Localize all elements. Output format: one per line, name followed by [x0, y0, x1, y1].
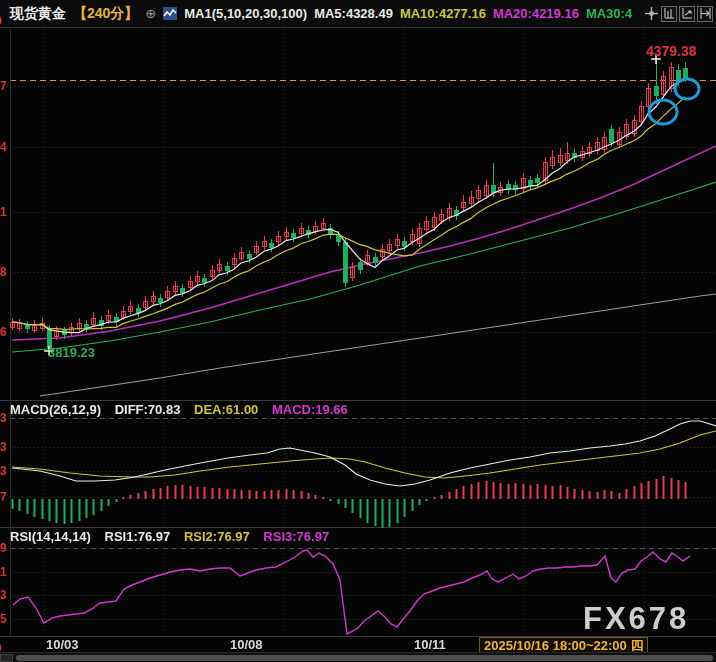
header-toolbar	[643, 6, 716, 22]
horizontal-scrollbar[interactable]	[0, 652, 716, 662]
rsi3-value: RSI3:76.97	[263, 529, 329, 544]
ma10-value: MA10:4277.16	[400, 6, 486, 21]
y-axis-label: 4	[0, 140, 7, 154]
y-axis-label: 1	[0, 565, 7, 579]
y-axis-label: 3	[0, 588, 7, 602]
rsi-name: RSI(14,14,14)	[10, 529, 91, 544]
low-price-label: 3819.23	[48, 345, 95, 360]
mini-chart-icon[interactable]	[163, 7, 177, 20]
fx678-watermark: FX678	[583, 601, 689, 637]
x-axis-label: 10/03	[46, 637, 79, 652]
zoom-out-chart-icon[interactable]	[679, 6, 695, 22]
symbol-name: 现货黄金	[10, 5, 66, 23]
x-axis-label: 10/11	[414, 637, 446, 652]
macd-header: MACD(26,12,9) DIFF:70.83 DEA:61.00 MACD:…	[10, 402, 358, 417]
period-label[interactable]: 【240分】	[73, 5, 138, 23]
rsi2-value: RSI2:76.97	[184, 529, 250, 544]
rsi1-value: RSI1:76.97	[105, 529, 171, 544]
ma30-value: MA30:4	[586, 6, 632, 21]
main-chart-canvas[interactable]	[0, 0, 716, 662]
y-axis-label: 7	[0, 490, 7, 504]
y-axis-label: 7	[0, 79, 7, 93]
ma20-value: MA20:4219.16	[493, 6, 579, 21]
ma5-value: MA5:4328.49	[314, 6, 393, 21]
macd-macd-value: MACD:19.66	[272, 402, 348, 417]
macd-diff-value: DIFF:70.83	[115, 402, 181, 417]
clipped-axis-digit: 0	[0, 14, 2, 28]
y-axis-label: 8	[0, 265, 7, 279]
crosshair-icon[interactable]	[643, 6, 659, 22]
y-axis-label: 1	[0, 205, 7, 219]
chart-header: 现货黄金 【240分】 ⊕ MA1(5,10,20,30,100) MA5:43…	[0, 0, 716, 28]
clipped-axis-digit: 0	[0, 641, 2, 655]
y-axis-label: 9	[0, 541, 7, 555]
scrollbar-handle[interactable]	[16, 655, 713, 661]
y-axis-label: 3	[0, 440, 7, 454]
rsi-header: RSI(14,14,14) RSI1:76.97 RSI2:76.97 RSI3…	[10, 529, 339, 544]
circle-plus-icon[interactable]: ⊕	[145, 6, 156, 21]
scrollbar-left-button[interactable]	[0, 654, 13, 662]
pan-right-icon[interactable]	[697, 6, 713, 22]
ma-group-label: MA1(5,10,20,30,100)	[184, 6, 307, 21]
trading-app-window: 现货黄金 【240分】 ⊕ MA1(5,10,20,30,100) MA5:43…	[0, 0, 716, 662]
y-axis-label: 3	[0, 464, 7, 478]
y-axis-label: 3	[0, 411, 7, 425]
indicator-panel-icon[interactable]	[661, 6, 677, 22]
macd-name: MACD(26,12,9)	[10, 402, 101, 417]
y-axis-label: 6	[0, 325, 7, 339]
high-price-label: 4379.38	[646, 43, 697, 59]
y-axis-label: 5	[0, 612, 7, 626]
macd-dea-value: DEA:61.00	[194, 402, 258, 417]
x-axis-label: 10/08	[230, 637, 263, 652]
